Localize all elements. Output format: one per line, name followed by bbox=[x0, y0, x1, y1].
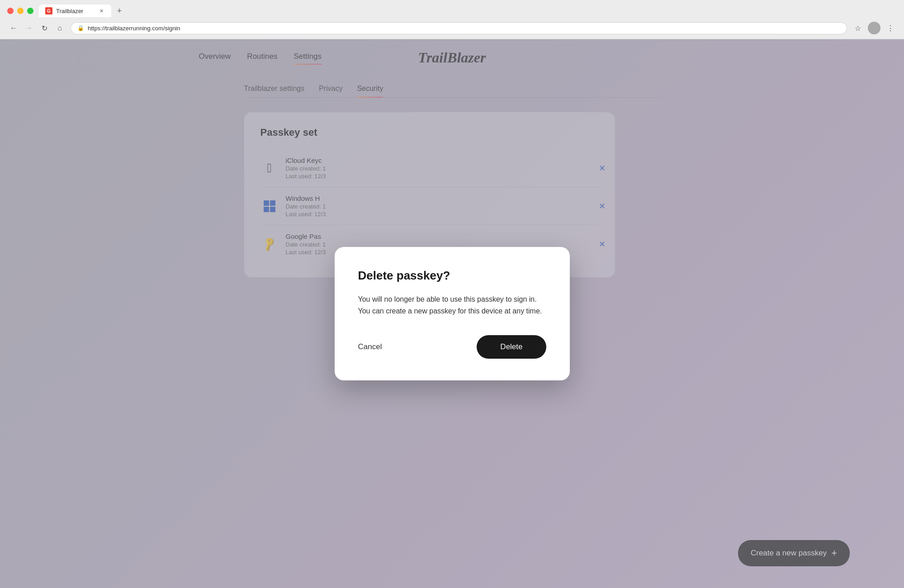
url-bar[interactable]: 🔒 https://trailblazerrunning.com/signin bbox=[71, 22, 847, 34]
page-content: Overview Routines Settings TrailBlazer T… bbox=[0, 39, 904, 588]
refresh-button[interactable]: ↻ bbox=[38, 22, 51, 34]
nav-controls: ← → ↻ ⌂ bbox=[7, 22, 66, 34]
back-button[interactable]: ← bbox=[7, 22, 20, 34]
browser-tab[interactable]: G Trailblazer ✕ bbox=[39, 5, 111, 17]
delete-passkey-dialog: Delete passkey? You will no longer be ab… bbox=[335, 247, 570, 380]
confirm-delete-button[interactable]: Delete bbox=[477, 335, 546, 359]
menu-button[interactable]: ⋮ bbox=[884, 22, 897, 34]
modal-overlay: Delete passkey? You will no longer be ab… bbox=[0, 39, 904, 588]
cancel-delete-button[interactable]: Cancel bbox=[358, 341, 382, 353]
maximize-window-button[interactable] bbox=[27, 8, 33, 14]
browser-chrome: G Trailblazer ✕ + ← → ↻ ⌂ 🔒 https://trai… bbox=[0, 0, 904, 39]
tab-favicon: G bbox=[45, 7, 52, 14]
title-bar: G Trailblazer ✕ + bbox=[0, 0, 904, 20]
window-controls bbox=[7, 8, 33, 14]
address-bar: ← → ↻ ⌂ 🔒 https://trailblazerrunning.com… bbox=[0, 20, 904, 39]
dialog-title: Delete passkey? bbox=[358, 269, 546, 283]
dialog-actions: Cancel Delete bbox=[358, 335, 546, 359]
minimize-window-button[interactable] bbox=[17, 8, 24, 14]
tab-close-button[interactable]: ✕ bbox=[98, 7, 105, 14]
lock-icon: 🔒 bbox=[77, 25, 84, 31]
dialog-message: You will no longer be able to use this p… bbox=[358, 294, 546, 317]
home-button[interactable]: ⌂ bbox=[53, 22, 66, 34]
profile-avatar bbox=[868, 22, 880, 34]
new-tab-button[interactable]: + bbox=[113, 5, 126, 17]
tab-bar: G Trailblazer ✕ + bbox=[39, 5, 897, 17]
browser-actions: ☆ ⋮ bbox=[852, 22, 897, 34]
url-text: https://trailblazerrunning.com/signin bbox=[88, 25, 840, 32]
close-window-button[interactable] bbox=[7, 8, 14, 14]
tab-title: Trailblazer bbox=[56, 8, 83, 14]
forward-button[interactable]: → bbox=[23, 22, 35, 34]
bookmark-button[interactable]: ☆ bbox=[852, 22, 864, 34]
